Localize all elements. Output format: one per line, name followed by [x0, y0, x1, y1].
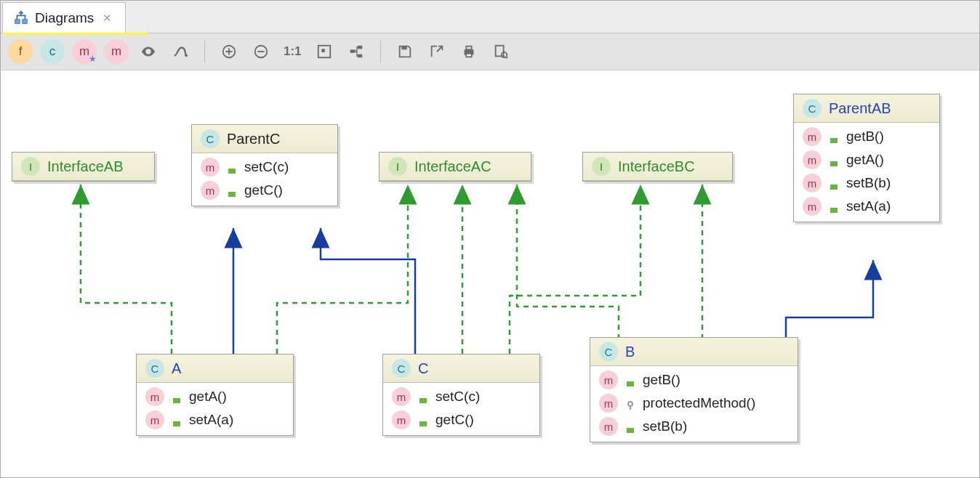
filter-methods-button[interactable]: m★: [72, 39, 97, 64]
class-icon: C: [392, 359, 411, 378]
svg-rect-0: [15, 19, 20, 23]
class-icon: C: [599, 342, 618, 361]
public-icon: [625, 375, 635, 385]
class-icon: C: [145, 359, 164, 378]
filter-methods-all-button[interactable]: m: [104, 39, 129, 64]
member-row: mgetA(): [803, 150, 931, 169]
svg-point-2: [185, 54, 188, 57]
node-b[interactable]: C B mgetB() mprotectedMethod() msetB(b): [590, 337, 798, 442]
zoom-actual-button[interactable]: 1:1: [281, 39, 305, 64]
interface-icon: I: [388, 157, 407, 176]
svg-rect-10: [401, 46, 406, 50]
fit-content-button[interactable]: [312, 39, 337, 64]
filter-constructors-button[interactable]: c: [40, 39, 65, 64]
svg-rect-8: [357, 54, 361, 58]
zoom-in-button[interactable]: [217, 39, 241, 64]
node-title: InterfaceAB: [47, 158, 124, 175]
svg-point-16: [628, 402, 632, 406]
method-icon: m: [201, 181, 220, 200]
method-icon: m: [201, 158, 220, 177]
member-row: m setC(c): [201, 158, 329, 177]
svg-rect-7: [357, 46, 361, 49]
public-icon: [625, 421, 635, 432]
member-row: msetA(a): [145, 410, 284, 429]
node-parentC[interactable]: C ParentC m setC(c) m getC(): [191, 124, 338, 206]
zoom-out-button[interactable]: [249, 39, 273, 64]
interface-icon: I: [21, 157, 40, 176]
preview-button[interactable]: [489, 39, 513, 64]
layout-button[interactable]: [344, 39, 369, 64]
class-icon: C: [201, 129, 220, 148]
tab-label: Diagrams: [35, 10, 94, 26]
member-row: m getC(): [201, 181, 329, 200]
svg-rect-13: [466, 54, 471, 57]
export-button[interactable]: [425, 39, 449, 64]
star-icon: ★: [89, 54, 97, 64]
node-title: B: [625, 344, 635, 360]
tab-bar: Diagrams ✕: [1, 1, 979, 33]
svg-rect-14: [495, 46, 503, 57]
print-button[interactable]: [457, 39, 481, 64]
member-row: msetA(a): [803, 197, 931, 216]
node-parentAB[interactable]: C ParentAB mgetB() mgetA() msetB(b) mset…: [793, 94, 940, 222]
tab-diagrams[interactable]: Diagrams ✕: [2, 2, 126, 33]
svg-rect-6: [321, 49, 325, 52]
protected-icon: [625, 398, 635, 408]
member-row: mprotectedMethod(): [599, 394, 789, 413]
close-icon[interactable]: ✕: [100, 12, 115, 25]
svg-rect-9: [350, 49, 354, 53]
svg-point-15: [501, 52, 506, 57]
node-title: InterfaceAC: [414, 158, 491, 175]
diagram-icon: [13, 10, 29, 26]
node-title: A: [172, 360, 181, 377]
class-icon: C: [803, 99, 822, 118]
node-title: InterfaceBC: [618, 158, 695, 175]
node-interfaceBC[interactable]: I InterfaceBC: [582, 152, 733, 182]
member-row: mgetC(): [392, 410, 531, 429]
member-row: mgetB(): [599, 370, 789, 389]
node-interfaceAC[interactable]: I InterfaceAC: [379, 152, 531, 182]
node-title: ParentC: [227, 131, 280, 147]
public-icon: [227, 162, 237, 172]
filter-fields-button[interactable]: f: [8, 39, 33, 64]
toolbar: f c m★ m 1:1: [1, 33, 979, 70]
member-row: msetC(c): [392, 387, 531, 406]
member-row: msetB(b): [803, 174, 931, 193]
member-row: msetB(b): [599, 417, 789, 436]
node-title: ParentAB: [829, 100, 891, 117]
svg-rect-1: [23, 19, 27, 23]
node-a[interactable]: C A mgetA() msetA(a): [136, 354, 294, 436]
member-row: mgetB(): [803, 127, 931, 146]
save-button[interactable]: [393, 39, 417, 64]
member-row: mgetA(): [145, 387, 284, 406]
public-icon: [227, 185, 237, 195]
node-interfaceAB[interactable]: I InterfaceAB: [12, 152, 155, 182]
interface-icon: I: [592, 157, 611, 176]
edge-style-button[interactable]: [168, 39, 193, 64]
node-c[interactable]: C C msetC(c) mgetC(): [382, 354, 540, 436]
visibility-button[interactable]: [136, 39, 161, 64]
node-title: C: [418, 360, 428, 377]
svg-rect-12: [466, 46, 471, 50]
diagram-canvas[interactable]: I InterfaceAB C ParentC m setC(c) m getC…: [1, 70, 979, 477]
